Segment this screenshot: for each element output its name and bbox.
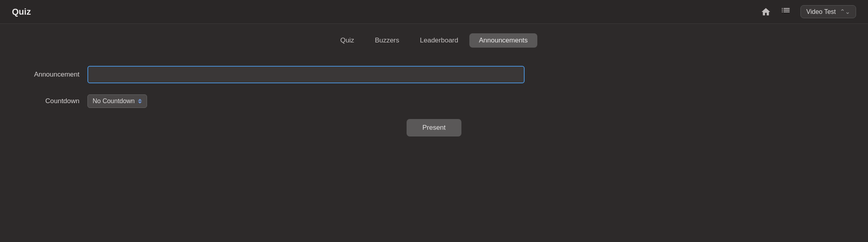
announcement-label: Announcement [24,71,87,79]
present-row: Present [24,119,844,136]
chevron-updown-icon: ⌃⌄ [840,8,850,15]
home-icon-button[interactable] [761,7,771,17]
scene-dropdown-label: Video Test [806,8,836,15]
countdown-chevron-icon [138,99,142,104]
header-actions: Video Test ⌃⌄ [761,5,856,18]
countdown-row: Countdown No Countdown [24,94,844,108]
announcement-input[interactable] [87,66,525,83]
tabs-bar: Quiz Buzzers Leaderboard Announcements [0,24,868,54]
countdown-value: No Countdown [93,98,135,105]
app-title: Quiz [12,7,31,17]
tab-announcements[interactable]: Announcements [469,33,537,48]
announcement-row: Announcement [24,66,844,83]
countdown-label: Countdown [24,97,87,105]
present-button[interactable]: Present [407,119,462,136]
tab-leaderboard[interactable]: Leaderboard [411,33,468,48]
tab-buzzers[interactable]: Buzzers [365,33,409,48]
tab-quiz[interactable]: Quiz [331,33,364,48]
list-icon-button[interactable] [781,7,791,17]
header: Quiz Video Test ⌃⌄ [0,0,868,24]
main-content: Announcement Countdown No Countdown Pres… [0,54,868,148]
scene-dropdown[interactable]: Video Test ⌃⌄ [800,5,856,18]
home-icon [761,7,771,17]
countdown-select[interactable]: No Countdown [87,94,147,108]
list-icon [781,7,791,17]
